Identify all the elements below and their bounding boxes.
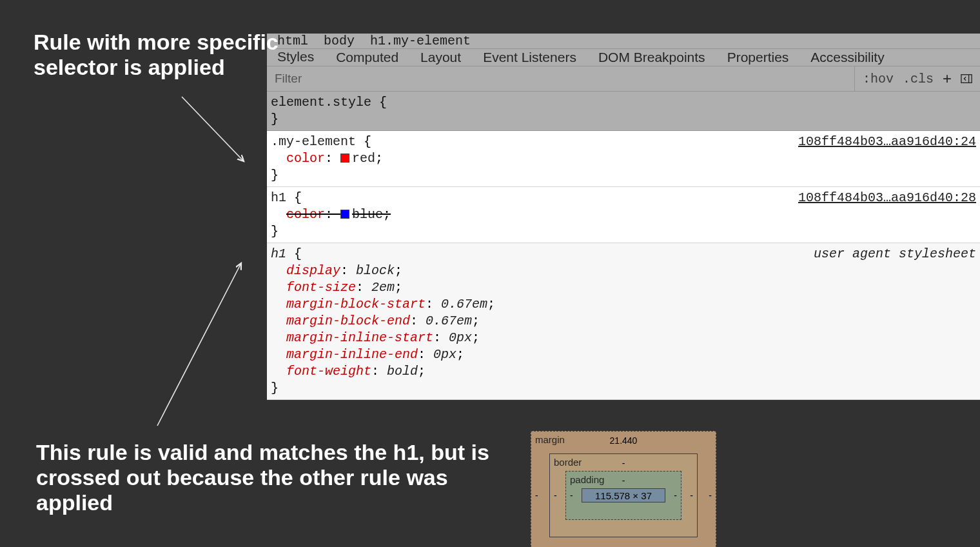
color-swatch-icon[interactable] — [340, 210, 349, 219]
breadcrumb-item[interactable]: body — [324, 34, 355, 48]
source-link[interactable]: 108ff484b03…aa916d40:28 — [798, 190, 976, 206]
annotation-bottom: This rule is valid and matches the h1, b… — [36, 440, 526, 515]
css-property: font-size — [286, 280, 356, 295]
filter-input[interactable] — [267, 66, 854, 91]
css-property[interactable]: color — [286, 207, 325, 222]
padding-right-value[interactable]: - — [674, 490, 677, 501]
css-value: 2em — [371, 280, 395, 295]
element-style-selector: element.style — [271, 95, 371, 110]
close-brace: } — [271, 381, 279, 395]
css-property: margin-inline-end — [286, 347, 418, 362]
svg-line-3 — [157, 263, 241, 426]
user-agent-label: user agent stylesheet — [814, 246, 976, 263]
breadcrumb-item[interactable]: h1.my-element — [370, 34, 471, 48]
open-brace: { — [364, 134, 371, 149]
border-left-value[interactable]: - — [554, 490, 557, 501]
css-value[interactable]: blue — [352, 207, 383, 222]
margin-top-value[interactable]: 21.440 — [610, 435, 638, 446]
css-property: display — [286, 263, 340, 278]
border-right-value[interactable]: - — [690, 490, 693, 501]
css-value: bold — [387, 364, 418, 379]
svg-line-2 — [182, 97, 244, 161]
css-value[interactable]: red — [352, 151, 375, 166]
open-brace: { — [379, 95, 387, 110]
css-value: 0.67em — [441, 297, 487, 312]
tab-event-listeners[interactable]: Event Listeners — [483, 50, 576, 65]
annotation-top: Rule with more specific selector is appl… — [34, 30, 279, 80]
rule-selector: h1 — [271, 246, 286, 261]
tab-layout[interactable]: Layout — [420, 50, 461, 65]
tab-dom-breakpoints[interactable]: DOM Breakpoints — [598, 50, 705, 65]
tab-accessibility[interactable]: Accessibility — [810, 50, 884, 65]
element-style-rule[interactable]: element.style { } — [267, 92, 980, 131]
css-property: margin-inline-start — [286, 330, 433, 345]
tab-computed[interactable]: Computed — [336, 50, 398, 65]
breadcrumbs: html body h1.my-element — [267, 34, 980, 49]
rule-selector: h1 — [271, 190, 286, 205]
filter-row: :hov .cls + — [267, 66, 980, 92]
padding-top-value[interactable]: - — [622, 475, 625, 486]
css-value: 0px — [433, 347, 456, 362]
close-brace: } — [271, 112, 279, 126]
rule-my-element[interactable]: 108ff484b03…aa916d40:24 .my-element { co… — [267, 131, 980, 187]
margin-right-value[interactable]: - — [709, 490, 712, 501]
open-brace: { — [294, 246, 302, 261]
margin-label: margin — [535, 434, 565, 445]
border-top-value[interactable]: - — [622, 458, 625, 468]
rule-h1-overridden[interactable]: 108ff484b03…aa916d40:28 h1 { color: blue… — [267, 187, 980, 243]
css-value: block — [356, 263, 395, 278]
svg-rect-0 — [961, 75, 972, 83]
rule-h1-user-agent: user agent stylesheet h1 { display: bloc… — [267, 243, 980, 400]
css-property: margin-block-end — [286, 313, 410, 328]
padding-left-value[interactable]: - — [570, 490, 573, 501]
cls-toggle[interactable]: .cls — [903, 72, 934, 86]
tab-properties[interactable]: Properties — [727, 50, 789, 65]
css-property: font-weight — [286, 364, 371, 379]
content-size[interactable]: 115.578 × 37 — [582, 488, 665, 502]
css-value: 0px — [449, 330, 472, 345]
hov-toggle[interactable]: :hov — [863, 72, 894, 86]
styles-tabs: Styles Computed Layout Event Listeners D… — [267, 49, 980, 66]
source-link[interactable]: 108ff484b03…aa916d40:24 — [798, 134, 976, 150]
toggle-panel-icon[interactable] — [961, 74, 972, 84]
css-value: 0.67em — [426, 313, 472, 328]
color-swatch-icon[interactable] — [340, 154, 349, 163]
open-brace: { — [294, 190, 302, 205]
breadcrumb-item[interactable]: html — [277, 34, 308, 48]
new-style-rule-button[interactable]: + — [943, 71, 952, 86]
padding-label: padding — [570, 474, 604, 485]
margin-left-value[interactable]: - — [535, 490, 538, 501]
css-property[interactable]: color — [286, 151, 325, 166]
close-brace: } — [271, 168, 279, 183]
border-label: border — [554, 457, 582, 468]
box-model[interactable]: margin 21.440 - - border - - - padding -… — [531, 431, 716, 547]
rule-selector: .my-element — [271, 134, 356, 149]
close-brace: } — [271, 224, 279, 239]
css-property: margin-block-start — [286, 297, 426, 312]
